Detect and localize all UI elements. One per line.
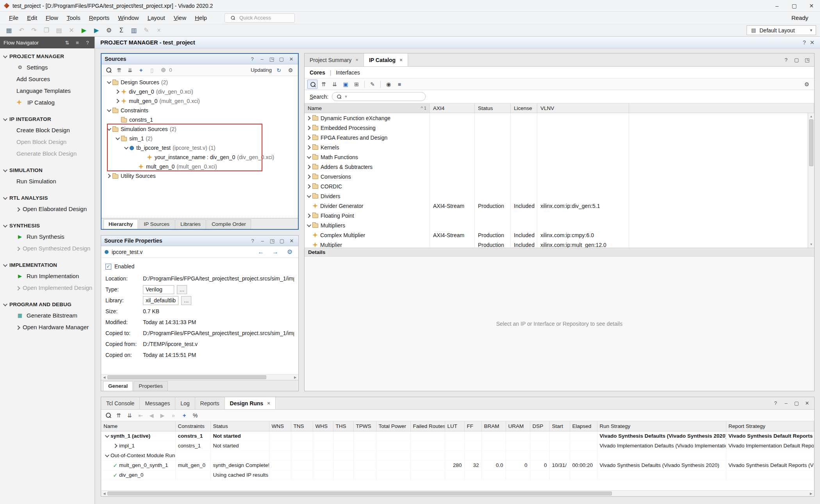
target-icon[interactable]: ◉: [384, 80, 393, 89]
design-run-row-mult-gen-0-synth-1[interactable]: ✓mult_gen_0_synth_1mult_gen_0synth_desig…: [101, 460, 814, 470]
column-header-constraints[interactable]: Constraints: [175, 421, 210, 431]
tree-item-constraints[interactable]: Constraints: [102, 106, 298, 115]
column-header-tpws[interactable]: TPWS: [353, 421, 376, 431]
search-icon[interactable]: [104, 66, 113, 75]
catalog-row-math-functions[interactable]: Math Functions: [305, 152, 808, 162]
scrollbar-thumb[interactable]: [107, 492, 612, 495]
stop-icon[interactable]: ■: [395, 80, 404, 89]
flow-section-header[interactable]: RTL ANALYSIS: [0, 193, 94, 203]
catalog-row-floating-point[interactable]: Floating Point: [305, 211, 808, 220]
column-header-whs[interactable]: WHS: [313, 421, 333, 431]
enabled-checkbox[interactable]: [105, 264, 111, 270]
chevron-right-icon[interactable]: [16, 207, 20, 211]
column-header-report-strategy[interactable]: Report Strategy: [726, 421, 814, 431]
search-icon[interactable]: [307, 80, 317, 89]
view-cores[interactable]: Cores: [310, 69, 325, 76]
chevron-right-icon[interactable]: [306, 126, 310, 130]
fast-forward-icon[interactable]: »: [169, 411, 178, 420]
sidebar-item-settings[interactable]: ⚙Settings: [0, 61, 94, 73]
chevron-down-icon[interactable]: [307, 154, 311, 158]
percent-icon[interactable]: %: [191, 411, 200, 420]
catalog-row-divider-generator[interactable]: Divider GeneratorAXI4-StreamProductionIn…: [305, 201, 808, 211]
sidebar-item-language-templates[interactable]: Language Templates: [0, 85, 94, 96]
chevron-right-icon[interactable]: [306, 184, 310, 188]
scroll-down-icon[interactable]: [808, 241, 814, 248]
type-combo[interactable]: Verilog: [143, 285, 174, 294]
tree-item-utility-sources[interactable]: Utility Sources: [102, 171, 298, 181]
browse-button[interactable]: …: [181, 296, 191, 305]
expand-all-icon[interactable]: ⇊: [330, 80, 339, 89]
scroll-up-icon[interactable]: [808, 113, 814, 119]
maximize-icon[interactable]: ▢: [278, 237, 285, 244]
tab-project-summary[interactable]: Project Summary×: [305, 53, 364, 66]
column-header-lut[interactable]: LUT: [445, 421, 464, 431]
menu-icon[interactable]: ≡: [74, 39, 81, 46]
delete-icon[interactable]: ×: [154, 26, 164, 35]
sigma-icon[interactable]: Σ: [116, 26, 127, 35]
scrollbar-thumb[interactable]: [107, 375, 266, 379]
design-run-row-out-of-context-module-runs[interactable]: Out-of-Context Module Runs: [101, 451, 814, 460]
tree-item-sim-1[interactable]: sim_1(2): [102, 134, 298, 143]
view-interfaces[interactable]: Interfaces: [336, 69, 360, 76]
column-header-ths[interactable]: THS: [333, 421, 353, 431]
help-icon[interactable]: [803, 39, 806, 46]
tab-log[interactable]: Log: [175, 397, 195, 409]
forward-icon[interactable]: [270, 247, 280, 257]
gear-icon[interactable]: [285, 247, 295, 257]
tree-item-tb-ipcore-test[interactable]: tb_ipcore_test(ipcore_test.v) (1): [102, 143, 298, 153]
gear-icon[interactable]: ⚙: [104, 26, 114, 35]
catalog-row-conversions[interactable]: Conversions: [305, 172, 808, 181]
tab-reports[interactable]: Reports: [195, 397, 225, 409]
tree-item-your-instance-name-div-gen-0[interactable]: your_instance_name : div_gen_0(div_gen_0…: [102, 153, 298, 162]
sidebar-item-open-elaborated-design[interactable]: Open Elaborated Design: [0, 203, 94, 215]
tab-libraries[interactable]: Libraries: [175, 219, 206, 229]
chevron-down-icon[interactable]: [3, 53, 7, 58]
tab-tcl-console[interactable]: Tcl Console: [101, 397, 140, 409]
close-icon[interactable]: ✕: [804, 400, 811, 407]
sidebar-item-run-simulation[interactable]: Run Simulation: [0, 175, 94, 187]
menu-reports[interactable]: Reports: [85, 12, 114, 23]
scrollbar-thumb[interactable]: [809, 119, 813, 166]
minimize-icon[interactable]: ‒: [259, 237, 266, 244]
chevron-right-icon[interactable]: [306, 116, 310, 120]
chevron-right-icon[interactable]: [306, 145, 310, 149]
column-header-ff[interactable]: FF: [464, 421, 481, 431]
tab-design-runs[interactable]: Design Runs×: [225, 397, 276, 409]
chevron-down-icon[interactable]: [107, 80, 111, 84]
flow-section-header[interactable]: PROGRAM AND DEBUG: [0, 300, 94, 309]
undo-icon[interactable]: ↶: [16, 26, 27, 35]
tree-item-mult-gen-0[interactable]: mult_gen_0(mult_gen_0.xci): [102, 96, 298, 106]
program-icon[interactable]: ▶: [91, 26, 102, 35]
float-icon[interactable]: ◳: [268, 55, 275, 62]
close-icon[interactable]: ×: [355, 57, 358, 63]
chevron-down-icon[interactable]: [307, 222, 311, 227]
tab-hierarchy[interactable]: Hierarchy: [103, 219, 138, 229]
tree-item-mult-gen-0[interactable]: mult_gen_0(mult_gen_0.xci): [102, 162, 298, 171]
chevron-down-icon[interactable]: [3, 195, 7, 199]
collapse-all-icon[interactable]: ⇈: [114, 411, 123, 420]
menu-view[interactable]: View: [169, 12, 191, 23]
column-header-tns[interactable]: TNS: [291, 421, 313, 431]
catalog-search-input[interactable]: ▾: [332, 92, 426, 101]
catalog-row-dynamic-function-exchange[interactable]: Dynamic Function eXchange: [305, 113, 808, 123]
tab-messages[interactable]: Messages: [140, 397, 175, 409]
minimize-icon[interactable]: ‒: [258, 55, 266, 62]
pencil-icon[interactable]: ✎: [368, 80, 377, 89]
column-header-status[interactable]: Status: [475, 103, 511, 113]
sidebar-item-run-synthesis[interactable]: ▶Run Synthesis: [0, 231, 94, 242]
menu-file[interactable]: File: [5, 12, 23, 23]
flow-section-header[interactable]: IMPLEMENTATION: [0, 260, 94, 270]
catalog-row-multipliers[interactable]: Multipliers: [305, 220, 808, 230]
menu-help[interactable]: Help: [191, 12, 211, 23]
column-header-wns[interactable]: WNS: [269, 421, 291, 431]
expand-all-icon[interactable]: ⇊: [125, 411, 134, 420]
step-back-icon[interactable]: ◀: [147, 411, 156, 420]
flow-section-header[interactable]: PROJECT MANAGER: [0, 51, 94, 61]
back-icon[interactable]: [256, 247, 266, 257]
tab-compile-order[interactable]: Compile Order: [207, 219, 251, 229]
chevron-right-icon[interactable]: [306, 135, 310, 140]
chevron-right-icon[interactable]: [16, 247, 20, 251]
chevron-right-icon[interactable]: [306, 165, 310, 169]
file-icon[interactable]: ▯: [147, 66, 157, 75]
help-icon[interactable]: ?: [84, 39, 91, 46]
